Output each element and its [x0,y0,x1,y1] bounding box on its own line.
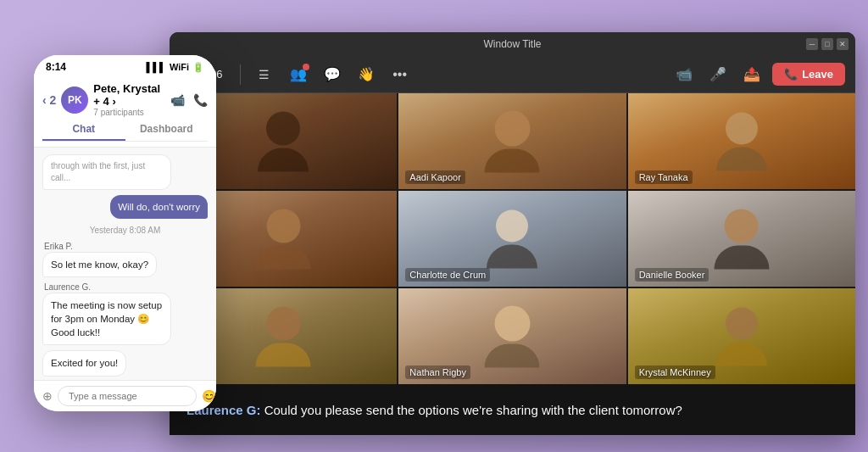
phone-statusbar: 8:14 ▌▌▌ WiFi 🔋 [34,55,216,79]
participant-name-krystal: Krystal McKinney [635,366,715,379]
teams-toolbar: 00:22:06 ☰ 👥 💬 👋 ••• 📹 🎤 📤 📞 Leave [170,56,855,93]
video-cell-krystal: Krystal McKinney [628,288,855,384]
chat-nav: ‹ 2 PK Pete, Krystal + 4 › 7 participant… [42,82,208,117]
desktop-window: Window Title ─ □ ✕ 00:22:06 ☰ 👥 💬 👋 ••• … [170,32,855,435]
video-cell-nathan: Nathan Rigby [398,288,626,384]
video-cell-charlotte: Charlotte de Crum [398,191,626,287]
participant-name-danielle: Danielle Booker [635,268,709,282]
list-item: Laurence G. The meeting is now setup for… [42,282,208,345]
message-sender: Laurence G. [44,282,208,292]
more-button[interactable]: ••• [387,61,414,88]
message-input[interactable] [58,386,197,406]
people-button[interactable]: 👥 [285,61,312,88]
participant-name-charlotte: Charlotte de Crum [405,268,490,282]
phone-icon: 📞 [784,68,798,81]
menu-button[interactable]: ☰ [251,61,278,88]
list-item: Will do, don't worry [42,195,208,219]
add-icon[interactable]: ⊕ [42,389,53,403]
transcript-content: Laurence G: Could you please send the op… [186,403,682,417]
reactions-button[interactable]: 👋 [353,61,380,88]
message-bubble: Will do, don't worry [110,195,208,219]
window-titlebar: Window Title ─ □ ✕ [170,32,855,56]
chat-info: Pete, Krystal + 4 › 7 participants [93,82,165,117]
tab-dashboard[interactable]: Dashboard [125,119,209,141]
message-bubble: The meeting is now setup for 3pm on Mond… [42,293,171,345]
camera-button[interactable]: 📹 [670,61,698,88]
video-cell-danielle: Danielle Booker [628,191,855,287]
message-input-bar: ⊕ 😊 🎤 [34,380,216,411]
message-sender: Erika P. [44,242,208,251]
message-bubble: So let me know, okay? [42,252,157,277]
participant-name-aadi: Aadi Kapoor [405,170,465,184]
video-grid: Aadi Kapoor Ray Tanaka Charlotte de Crum [170,93,855,384]
battery-icon: 🔋 [192,62,204,73]
list-item: through with the first, just call... [42,154,208,190]
chat-tabs: Chat Dashboard [42,119,208,142]
chat-header: ‹ 2 PK Pete, Krystal + 4 › 7 participant… [34,79,216,148]
chat-name: Pete, Krystal + 4 › [93,82,165,108]
date-label: Yesterday 8:08 AM [42,226,208,235]
wifi-icon: WiFi [170,62,189,72]
list-item: Erika P. So let me know, okay? [42,242,208,277]
mic-button[interactable]: 🎤 [704,61,732,88]
video-call-icon[interactable]: 📹 [170,93,185,107]
messages-area: through with the first, just call... Wil… [34,148,216,380]
window-controls: ─ □ ✕ [806,38,849,50]
status-icons: ▌▌▌ WiFi 🔋 [146,62,204,73]
chat-avatar: PK [61,86,88,114]
list-item: Excited for you! [42,350,208,376]
signal-icon: ▌▌▌ [146,62,165,72]
chat-participants: 7 participants [93,108,165,117]
minimize-button[interactable]: ─ [806,38,818,50]
participant-name-ray: Ray Tanaka [635,170,693,184]
leave-button[interactable]: 📞 Leave [772,63,845,86]
share-button[interactable]: 📤 [738,61,765,88]
close-button[interactable]: ✕ [837,38,849,50]
phone-mockup: 8:14 ▌▌▌ WiFi 🔋 ‹ 2 PK Pete, Krystal + 4… [34,55,216,411]
chat-button[interactable]: 💬 [319,61,346,88]
participant-name-nathan: Nathan Rigby [405,366,470,379]
message-bubble: through with the first, just call... [42,154,171,190]
video-cell-aadi-kapoor: Aadi Kapoor [398,93,626,189]
message-bubble: Excited for you! [42,350,126,376]
phone-call-icon[interactable]: 📞 [193,93,208,107]
phone-time: 8:14 [46,61,66,73]
window-title: Window Title [483,38,541,50]
back-button[interactable]: ‹ 2 [42,93,56,107]
transcript-bar: Laurence G: Could you please send the op… [170,384,855,435]
tab-chat[interactable]: Chat [42,119,125,141]
video-cell-ray-tanaka: Ray Tanaka [628,93,855,189]
transcript-message: Could you please send the options we're … [261,403,682,417]
maximize-button[interactable]: □ [821,38,833,50]
chat-action-icons: 📹 📞 [170,93,208,107]
